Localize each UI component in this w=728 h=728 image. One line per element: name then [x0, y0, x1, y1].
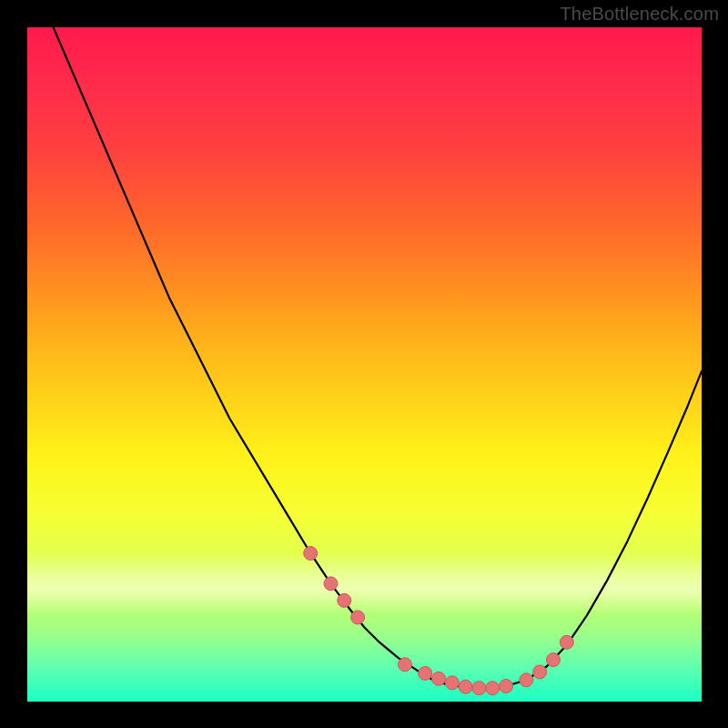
bottleneck-curve: [47, 27, 702, 688]
fit-marker-icon: [304, 546, 318, 560]
fit-marker-icon: [432, 672, 446, 685]
chart-stage: TheBottleneck.com: [0, 0, 728, 728]
fit-marker-icon: [472, 682, 486, 695]
fit-marker-icon: [486, 682, 500, 695]
fit-marker-icon: [533, 665, 547, 679]
fit-marker-icon: [560, 635, 573, 649]
fit-marker-icon: [445, 676, 459, 690]
chart-svg: [27, 27, 702, 702]
fit-markers-group: [304, 546, 574, 694]
fit-marker-icon: [398, 658, 411, 672]
fit-marker-icon: [500, 679, 513, 693]
fit-marker-icon: [419, 666, 432, 680]
watermark-text: TheBottleneck.com: [560, 4, 719, 25]
fit-marker-icon: [459, 680, 472, 693]
fit-marker-icon: [324, 577, 338, 591]
fit-marker-icon: [351, 611, 365, 624]
plot-area: [27, 27, 702, 702]
fit-marker-icon: [338, 593, 351, 607]
fit-marker-icon: [546, 653, 560, 667]
fit-marker-icon: [520, 673, 533, 687]
